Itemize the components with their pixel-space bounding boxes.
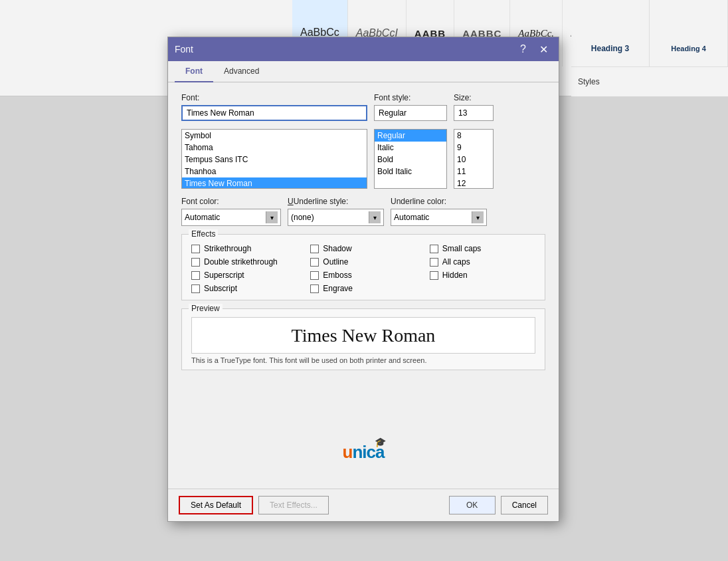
unica-logo: u n i c a 🎓 (343, 442, 385, 463)
style-list-container: Regular Italic Bold Bold Italic (374, 129, 447, 189)
effects-grid: Strikethrough Shadow Small caps Double s… (191, 244, 535, 293)
effect-subscript[interactable]: Subscript (191, 284, 297, 293)
size-list-container: 8 9 10 11 12 (454, 129, 494, 189)
effects-section: Effects Strikethrough Shadow Small caps … (181, 234, 545, 300)
font-style-group: Font style: (374, 93, 447, 121)
help-button[interactable]: ? (516, 42, 530, 56)
set-as-default-button[interactable]: Set As Default (179, 496, 253, 514)
style-item-bold[interactable]: Bold (375, 154, 446, 166)
unica-a: a 🎓 (375, 442, 384, 463)
styles-label: Styles (578, 77, 600, 86)
font-style-input[interactable] (374, 105, 447, 121)
underline-color-group: Underline color: Automatic ▾ (391, 197, 487, 226)
underline-color-dropdown[interactable]: Automatic ▾ (391, 209, 487, 226)
font-name-group: Font: (181, 93, 367, 121)
preview-box: Times New Roman (191, 317, 535, 354)
underline-style-arrow[interactable]: ▾ (369, 211, 381, 223)
unica-u: u (343, 442, 353, 463)
list-item-selected[interactable]: Times New Roman (182, 177, 367, 189)
unica-accent: 🎓 (375, 437, 385, 447)
font-color-group: Font color: Automatic ▾ (181, 197, 281, 226)
preview-legend: Preview (189, 304, 223, 313)
dialog-body: Font: Font style: Size: Symbol Tahoma Te… (168, 82, 559, 489)
size-item-9[interactable]: 9 (454, 142, 493, 154)
style-listbox[interactable]: Regular Italic Bold Bold Italic (374, 129, 447, 189)
effect-small-caps[interactable]: Small caps (430, 244, 535, 253)
underline-color-arrow[interactable]: ▾ (472, 211, 484, 223)
font-size-group: Size: (454, 93, 494, 121)
list-item[interactable]: Thanhoa (182, 166, 367, 177)
list-item[interactable]: Symbol (182, 130, 367, 142)
dialog-footer: Set As Default Text Effects... OK Cancel (168, 489, 559, 521)
checkbox-engrave[interactable] (310, 284, 319, 293)
size-item-12[interactable]: 12 (454, 177, 493, 189)
heading4-label: Heading 4 (671, 45, 706, 53)
effect-all-caps[interactable]: All caps (430, 257, 535, 267)
checkbox-hidden[interactable] (430, 271, 438, 280)
effect-strikethrough[interactable]: Strikethrough (191, 244, 297, 253)
tab-font[interactable]: Font (175, 61, 213, 82)
titlebar-actions: ? ✕ (516, 42, 552, 57)
font-color-dropdown[interactable]: Automatic ▾ (181, 209, 281, 226)
underline-color-label: Underline color: (391, 197, 487, 206)
checkbox-double-strikethrough[interactable] (191, 258, 200, 267)
checkbox-shadow[interactable] (310, 245, 319, 253)
font-style-label: Font style: (374, 93, 447, 102)
size-item-11[interactable]: 11 (454, 166, 493, 177)
font-name-input[interactable] (181, 105, 367, 121)
list-item[interactable]: Tahoma (182, 142, 367, 154)
ok-button[interactable]: OK (449, 496, 496, 514)
effect-shadow[interactable]: Shadow (310, 244, 416, 253)
size-item-8[interactable]: 8 (454, 130, 493, 142)
styles-panel: Styles (571, 66, 728, 96)
close-button[interactable]: ✕ (535, 42, 552, 57)
font-list-container: Symbol Tahoma Tempus Sans ITC Thanhoa Ti… (181, 129, 367, 189)
unica-n: n (352, 442, 362, 463)
dialog-titlebar: Font ? ✕ (168, 37, 559, 61)
effect-emboss[interactable]: Emboss (310, 271, 416, 280)
effect-superscript[interactable]: Superscript (191, 271, 297, 280)
effect-double-strikethrough[interactable]: Double strikethrough (191, 257, 297, 267)
checkbox-emboss[interactable] (310, 271, 319, 280)
checkbox-all-caps[interactable] (430, 258, 438, 267)
underline-style-label: UUnderline style: (288, 197, 384, 206)
checkbox-small-caps[interactable] (430, 245, 438, 253)
font-color-label: Font color: (181, 197, 281, 206)
underline-color-value: Automatic (394, 213, 429, 222)
font-dialog: Font ? ✕ Font Advanced Font: Font style: (167, 37, 559, 522)
checkbox-subscript[interactable] (191, 284, 200, 293)
preview-text: Times New Roman (292, 325, 436, 346)
effects-legend: Effects (189, 229, 218, 239)
font-fields-row: Font: Font style: Size: (181, 93, 545, 121)
checkbox-outline[interactable] (310, 258, 319, 267)
list-item[interactable]: Tempus Sans ITC (182, 154, 367, 166)
checkbox-superscript[interactable] (191, 271, 200, 280)
effect-outline[interactable]: Outline (310, 257, 416, 267)
listboxes-row: Symbol Tahoma Tempus Sans ITC Thanhoa Ti… (181, 129, 545, 189)
style-item-italic[interactable]: Italic (375, 142, 446, 154)
dialog-tabs: Font Advanced (168, 61, 559, 82)
effect-hidden[interactable]: Hidden (430, 271, 535, 280)
size-item-10[interactable]: 10 (454, 154, 493, 166)
font-size-label: Size: (454, 93, 494, 102)
preview-section: Preview Times New Roman This is a TrueTy… (181, 308, 545, 370)
cancel-button[interactable]: Cancel (501, 496, 548, 514)
font-name-label: Font: (181, 93, 367, 102)
dialog-title: Font (175, 44, 193, 55)
preview-desc: This is a TrueType font. This font will … (191, 356, 535, 364)
size-listbox[interactable]: 8 9 10 11 12 (454, 129, 494, 189)
font-color-value: Automatic (185, 213, 220, 222)
tab-advanced[interactable]: Advanced (213, 61, 270, 82)
style-item-regular[interactable]: Regular (375, 130, 446, 142)
underline-style-dropdown[interactable]: (none) ▾ (288, 209, 384, 226)
checkbox-strikethrough[interactable] (191, 245, 200, 253)
underline-style-group: UUnderline style: (none) ▾ (288, 197, 384, 226)
heading3-label: Heading 3 (591, 44, 629, 53)
effect-engrave[interactable]: Engrave (310, 284, 416, 293)
font-listbox[interactable]: Symbol Tahoma Tempus Sans ITC Thanhoa Ti… (181, 129, 367, 189)
style-item-bold-italic[interactable]: Bold Italic (375, 166, 446, 177)
text-effects-button[interactable]: Text Effects... (258, 496, 329, 514)
font-size-input[interactable] (454, 105, 494, 121)
color-row: Font color: Automatic ▾ UUnderline style… (181, 197, 545, 226)
font-color-arrow[interactable]: ▾ (266, 211, 278, 223)
